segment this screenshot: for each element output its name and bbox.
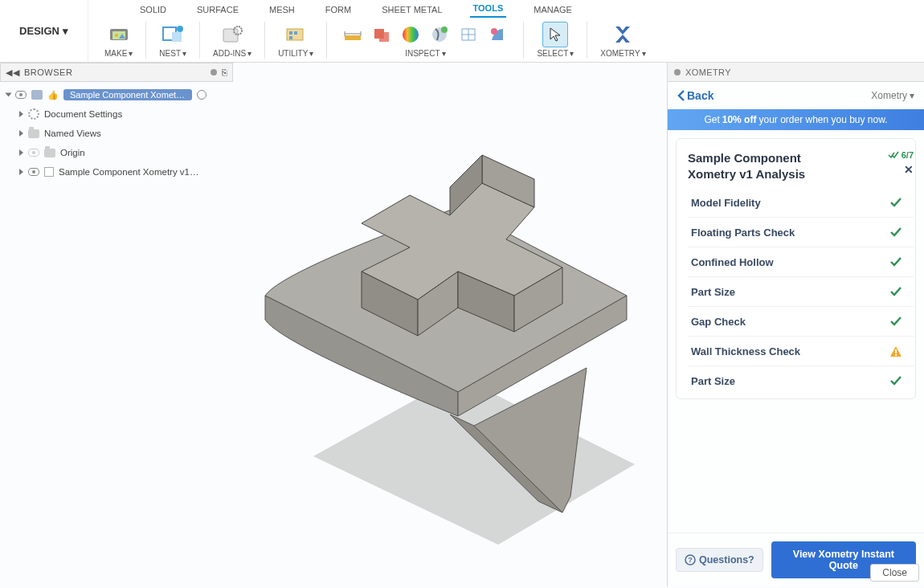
print-icon[interactable]	[106, 22, 132, 47]
chevron-down-icon: ▾	[182, 49, 186, 58]
visibility-icon[interactable]	[28, 168, 39, 176]
svg-point-21	[491, 28, 497, 35]
check-row[interactable]: Floating Parts Check	[688, 217, 914, 247]
dot-icon[interactable]	[674, 69, 681, 76]
close-analysis-button[interactable]: ✕	[888, 163, 914, 176]
analysis-score: 6/7	[888, 150, 914, 160]
check-label: Gap Check	[691, 316, 746, 328]
browser-header: ◀◀ BROWSER ⎘	[0, 63, 233, 82]
measure-icon[interactable]	[340, 22, 366, 47]
nest-label[interactable]: NEST▾	[159, 49, 186, 58]
model-3d-view[interactable]	[217, 111, 651, 561]
item-label: Document Settings	[44, 109, 122, 119]
xometry-panel-header: XOMETRY	[668, 63, 924, 82]
check-row[interactable]: Confined Hollow	[688, 247, 914, 276]
tab-form[interactable]: FORM	[322, 3, 354, 18]
expand-icon[interactable]	[19, 149, 23, 156]
check-label: Part Size	[691, 375, 735, 387]
root-label: Sample Component Xometry…	[63, 89, 192, 100]
svg-point-5	[177, 26, 183, 32]
check-label: Confined Hollow	[691, 256, 774, 268]
nest-icon[interactable]	[160, 22, 186, 47]
expand-icon[interactable]	[19, 111, 23, 117]
tree-item-document-settings[interactable]: Document Settings	[6, 104, 227, 124]
svg-rect-11	[289, 36, 292, 39]
tab-surface[interactable]: SURFACE	[194, 3, 242, 18]
promo-banner[interactable]: Get 10% off your order when you buy now.	[668, 109, 924, 130]
dot-icon[interactable]	[211, 69, 217, 76]
close-button[interactable]: Close	[870, 564, 919, 582]
svg-text:?: ?	[688, 556, 693, 564]
chevron-down-icon: ▾	[247, 49, 251, 58]
tree-item-origin[interactable]: Origin	[6, 143, 227, 162]
expand-icon[interactable]	[6, 93, 12, 97]
svg-rect-22	[895, 349, 897, 353]
browser-tree: 👍 Sample Component Xometry… Document Set…	[0, 82, 233, 185]
chevron-down-icon: ▾	[642, 49, 646, 58]
activate-icon[interactable]	[197, 90, 206, 100]
xometry-icon[interactable]	[610, 22, 636, 47]
visibility-icon[interactable]	[28, 149, 39, 157]
visibility-icon[interactable]	[15, 91, 27, 99]
check-row[interactable]: Part Size	[688, 276, 914, 306]
tab-mesh[interactable]: MESH	[266, 3, 298, 18]
check-ok-icon	[889, 196, 902, 209]
back-button[interactable]: Back	[677, 89, 713, 102]
addins-icon[interactable]	[219, 22, 245, 47]
analysis-title: Sample Component Xometry v1 Analysis	[688, 150, 832, 182]
tab-solid[interactable]: SOLID	[137, 3, 170, 18]
questions-button[interactable]: ? Questions?	[676, 548, 763, 572]
draft-icon[interactable]	[484, 22, 510, 47]
tree-root[interactable]: 👍 Sample Component Xometry…	[6, 85, 227, 104]
svg-rect-4	[172, 32, 182, 42]
brand-dropdown[interactable]: Xometry ▾	[871, 90, 914, 101]
item-label: Named Views	[44, 129, 101, 138]
check-row[interactable]: Part Size	[688, 365, 914, 395]
check-row[interactable]: Model Fidelity	[688, 188, 914, 217]
browser-panel: ◀◀ BROWSER ⎘ 👍 Sample Component Xometry……	[0, 63, 233, 185]
select-tool-icon[interactable]	[542, 22, 568, 47]
expand-icon[interactable]	[19, 169, 23, 175]
make-label[interactable]: MAKE▾	[104, 49, 133, 58]
curvature-icon[interactable]	[398, 22, 423, 47]
check-ok-icon	[889, 285, 902, 298]
group-addins: ADD-INS▾	[206, 22, 258, 58]
group-nest: NEST▾	[153, 22, 193, 58]
expand-icon[interactable]	[19, 130, 23, 137]
ribbon: DESIGN ▾ SOLID SURFACE MESH FORM SHEET M…	[0, 0, 924, 63]
group-inspect: INSPECT▾	[333, 22, 517, 58]
collapse-icon[interactable]: ◀◀	[6, 67, 19, 78]
check-row[interactable]: Wall Thickness Check	[688, 336, 914, 365]
utility-label[interactable]: UTILITY▾	[278, 49, 313, 58]
folder-icon	[44, 149, 55, 157]
interference-icon[interactable]	[369, 22, 395, 47]
workspace-switcher[interactable]: DESIGN ▾	[0, 0, 88, 62]
tree-item-component[interactable]: Sample Component Xometry v1…	[6, 162, 227, 182]
check-row[interactable]: Gap Check	[688, 306, 914, 336]
group-utility: UTILITY▾	[272, 22, 320, 58]
component-icon	[31, 90, 43, 100]
check-ok-icon	[889, 255, 902, 268]
group-make: MAKE▾	[98, 22, 139, 58]
tab-sheet-metal[interactable]: SHEET METAL	[378, 3, 445, 18]
workspace-label: DESIGN	[19, 25, 59, 37]
workspace-area: ◀◀ BROWSER ⎘ 👍 Sample Component Xometry……	[0, 63, 924, 588]
tab-tools[interactable]: TOOLS	[470, 2, 507, 18]
warning-icon	[889, 345, 902, 357]
section-icon[interactable]	[456, 22, 481, 47]
chevron-left-icon	[677, 90, 685, 101]
svg-point-2	[115, 34, 118, 37]
svg-point-15	[403, 27, 419, 43]
chevron-down-icon: ▾	[309, 49, 313, 58]
xometry-group-label[interactable]: XOMETRY▾	[600, 49, 645, 58]
tab-manage[interactable]: MANAGE	[530, 3, 575, 18]
check-label: Wall Thickness Check	[691, 345, 800, 357]
thumb-pin-icon[interactable]: ⎘	[222, 67, 228, 77]
svg-point-17	[441, 27, 448, 33]
zebra-icon[interactable]	[427, 22, 452, 47]
inspect-label[interactable]: INSPECT▾	[405, 49, 445, 58]
tree-item-named-views[interactable]: Named Views	[6, 124, 227, 143]
utility-icon[interactable]	[283, 22, 309, 47]
select-label[interactable]: SELECT▾	[537, 49, 574, 58]
addins-label[interactable]: ADD-INS▾	[213, 49, 251, 58]
